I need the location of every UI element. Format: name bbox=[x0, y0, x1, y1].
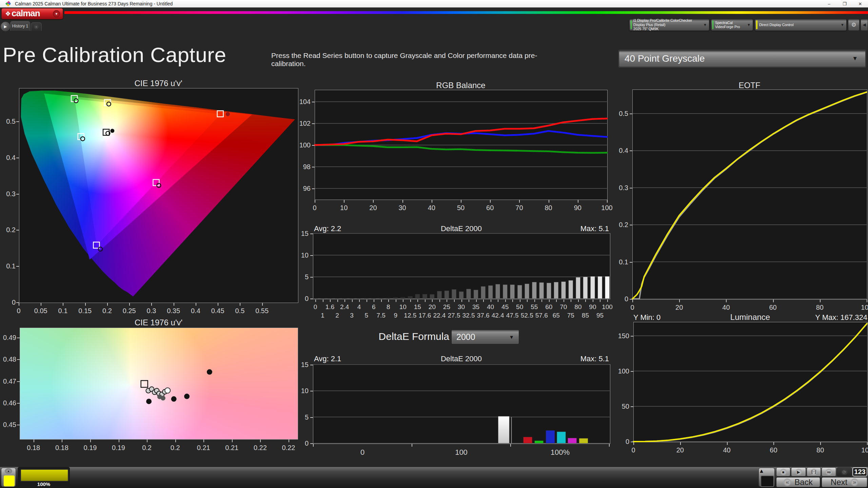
calman-logo-icon: ❖ bbox=[5, 10, 11, 18]
window-title: Calman 2025 Calman Ultimate for Business… bbox=[15, 1, 173, 6]
luminance-ymax: Y Max: 167.324 bbox=[815, 313, 867, 322]
deltae-grayscale-chart: Avg: 2.2 DeltaE 2000 Max: 5.1 01.62.4468… bbox=[304, 224, 610, 326]
back-button[interactable]: « Back bbox=[776, 477, 820, 487]
cie-zoom-title: CIE 1976 u'v' bbox=[20, 318, 297, 327]
minimize-button[interactable]: – bbox=[821, 0, 837, 7]
source-dropdown[interactable]: SpectraCal VideoForge Pro ▼ bbox=[711, 19, 753, 31]
formula-row: DeltaE Formula 2000 ▼ bbox=[304, 328, 610, 350]
tab-history-1[interactable]: History 1 bbox=[10, 21, 30, 31]
luminance-chart: Y Min: 0 Luminance Y Max: 167.324 020406… bbox=[622, 312, 868, 461]
chevron-down-icon: ▼ bbox=[852, 55, 858, 62]
pattern-color-button[interactable]: ▲ bbox=[1, 468, 16, 487]
chevron-down-icon: ▼ bbox=[509, 334, 514, 340]
close-button[interactable]: ✕ bbox=[852, 0, 868, 7]
cie-zoom-chart: CIE 1976 u'v' 0.180.180.190.190.20.20.21… bbox=[7, 318, 309, 460]
cie-zoom-markers-overlay bbox=[20, 328, 297, 439]
chevron-down-icon: ▼ bbox=[747, 23, 751, 27]
calman-menu-button[interactable]: ❖ calman ▼ bbox=[1, 8, 63, 19]
refresh-icon: ⟳ bbox=[841, 469, 848, 475]
deltae-color-chart: Avg: 2.1 DeltaE 2000 Max: 5.1 0100100%05… bbox=[304, 353, 610, 458]
stimulus-level-bar[interactable] bbox=[20, 469, 68, 482]
refresh-button[interactable]: ⟳ bbox=[837, 467, 852, 476]
formula-value: 2000 bbox=[456, 332, 475, 342]
bottom-toolbar: ▲ 100% ▲ ■ ▶ [··] ∞ ⟳ 123 bbox=[0, 467, 868, 488]
cie-markers-overlay bbox=[19, 88, 298, 302]
page-title: Pre Calibration Capture bbox=[3, 43, 226, 67]
stimulus-level-value: 100% bbox=[18, 481, 70, 487]
window-pattern-preview bbox=[761, 475, 774, 487]
eotf-chart: EOTF 02040608010000.10.20.30.40.5 bbox=[622, 81, 868, 309]
deltae-formula-dropdown[interactable]: 2000 ▼ bbox=[451, 329, 519, 344]
calman-app: Calman 2025 Calman Ultimate for Business… bbox=[0, 0, 868, 488]
display-dropdown-label: Direct Display Control bbox=[759, 23, 794, 27]
display-status-indicator bbox=[756, 20, 757, 29]
stop-icon: ■ bbox=[780, 469, 787, 475]
gear-icon: ⚙ bbox=[851, 21, 856, 28]
next-button[interactable]: Next » bbox=[822, 477, 867, 487]
next-label: Next bbox=[831, 477, 847, 487]
meter-dropdown-label: i1 Display Pro/Calibrite ColorChecker Di… bbox=[633, 18, 703, 31]
rgb-balance-title: RGB Balance bbox=[315, 81, 607, 90]
play-icon: ▶ bbox=[795, 469, 802, 475]
formula-label: DeltaE Formula bbox=[379, 331, 449, 342]
plus-icon: + bbox=[34, 24, 39, 29]
add-tab-button[interactable]: + bbox=[31, 22, 42, 31]
meter-dropdown[interactable]: i1 Display Pro/Calibrite ColorChecker Di… bbox=[629, 19, 709, 31]
play-button[interactable]: ▶ bbox=[791, 467, 806, 476]
settings-button[interactable]: ⚙ bbox=[848, 19, 860, 31]
tab-strip-expander-button[interactable]: ▶ bbox=[1, 22, 10, 31]
infinity-icon: ∞ bbox=[826, 469, 832, 475]
restore-button[interactable]: ❐ bbox=[837, 0, 852, 7]
instruction-text: Press the Read Series button to capture … bbox=[271, 52, 566, 68]
greyscale-mode-value: 40 Point Greyscale bbox=[625, 53, 705, 64]
deltae-max: Max: 5.1 bbox=[580, 224, 609, 233]
chevron-left-icon: ◀ bbox=[863, 22, 866, 27]
deltae-title: DeltaE 2000 bbox=[313, 224, 610, 233]
source-status-indicator bbox=[712, 20, 713, 29]
read-series-icon: [··] bbox=[811, 469, 817, 475]
deltae2-max: Max: 5.1 bbox=[580, 354, 609, 363]
read-series-button[interactable]: [··] bbox=[807, 467, 821, 476]
rgb-balance-chart: RGB Balance 0102030405060708090100969810… bbox=[312, 81, 610, 216]
chevron-up-icon: ▲ bbox=[759, 468, 774, 474]
chevron-down-icon: ▼ bbox=[703, 23, 707, 27]
eotf-title: EOTF bbox=[632, 81, 867, 90]
app-icon bbox=[5, 1, 11, 6]
chevron-up-icon: ▲ bbox=[5, 468, 12, 474]
calman-menu-arrow-icon[interactable]: ▼ bbox=[53, 10, 60, 17]
calman-brand: calman bbox=[12, 8, 40, 19]
window-titlebar: Calman 2025 Calman Ultimate for Business… bbox=[0, 0, 868, 7]
chevron-double-left-icon: « bbox=[784, 479, 791, 486]
continuous-read-button[interactable]: ∞ bbox=[822, 467, 836, 476]
stimulus-level-panel: 100% bbox=[18, 467, 70, 488]
stop-button[interactable]: ■ bbox=[776, 467, 790, 476]
rainbow-accent-strip bbox=[64, 11, 868, 14]
display-control-dropdown[interactable]: Direct Display Control ▼ bbox=[755, 19, 847, 31]
collapse-panel-button[interactable]: ◀ bbox=[861, 19, 868, 31]
window-pattern-button[interactable]: ▲ bbox=[758, 468, 775, 487]
chevron-down-icon: ▼ bbox=[841, 23, 844, 27]
source-dropdown-label: SpectraCal VideoForge Pro bbox=[715, 21, 747, 29]
cie-1976-chart: CIE 1976 u'v' 00.050.10.150.20.250.30.35… bbox=[7, 79, 309, 316]
chevron-double-right-icon: » bbox=[851, 479, 858, 486]
meter-status-indicator bbox=[631, 20, 632, 29]
cie-chart-title: CIE 1976 u'v' bbox=[19, 79, 298, 88]
active-pattern-swatch bbox=[3, 475, 15, 487]
back-label: Back bbox=[794, 477, 812, 487]
level-indicator-button[interactable]: 123 bbox=[852, 467, 867, 476]
greyscale-mode-dropdown[interactable]: 40 Point Greyscale ▼ bbox=[619, 50, 866, 67]
deltae2-title: DeltaE 2000 bbox=[313, 354, 610, 363]
